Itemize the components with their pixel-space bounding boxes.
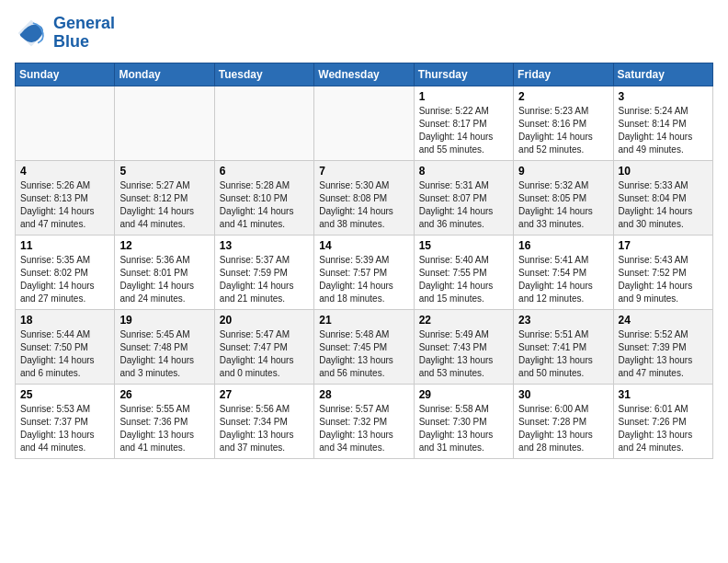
calendar-cell: 31Sunrise: 6:01 AMSunset: 7:26 PMDayligh… xyxy=(613,384,712,458)
day-number: 8 xyxy=(419,165,508,178)
day-header-saturday: Saturday xyxy=(613,63,712,86)
day-info: Sunrise: 5:22 AMSunset: 8:17 PMDaylight:… xyxy=(419,105,508,156)
calendar-cell: 19Sunrise: 5:45 AMSunset: 7:48 PMDayligh… xyxy=(115,309,214,384)
day-number: 15 xyxy=(419,239,508,252)
day-info: Sunrise: 5:28 AMSunset: 8:10 PMDaylight:… xyxy=(220,179,309,231)
day-info: Sunrise: 5:53 AMSunset: 7:37 PMDaylight:… xyxy=(20,403,109,454)
day-number: 11 xyxy=(20,239,109,252)
calendar-cell: 30Sunrise: 6:00 AMSunset: 7:28 PMDayligh… xyxy=(514,384,613,458)
day-number: 18 xyxy=(20,314,109,327)
calendar-cell: 27Sunrise: 5:56 AMSunset: 7:34 PMDayligh… xyxy=(214,384,313,458)
day-info: Sunrise: 6:00 AMSunset: 7:28 PMDaylight:… xyxy=(518,403,608,454)
day-info: Sunrise: 5:23 AMSunset: 8:16 PMDaylight:… xyxy=(518,105,608,156)
day-info: Sunrise: 5:31 AMSunset: 8:07 PMDaylight:… xyxy=(419,179,508,231)
calendar-cell: 5Sunrise: 5:27 AMSunset: 8:12 PMDaylight… xyxy=(115,160,214,235)
day-number: 29 xyxy=(419,388,508,401)
day-info: Sunrise: 5:27 AMSunset: 8:12 PMDaylight:… xyxy=(119,179,209,231)
calendar-cell: 10Sunrise: 5:33 AMSunset: 8:04 PMDayligh… xyxy=(613,160,712,235)
day-info: Sunrise: 5:40 AMSunset: 7:55 PMDaylight:… xyxy=(419,254,508,305)
day-number: 16 xyxy=(518,239,608,252)
calendar-cell: 2Sunrise: 5:23 AMSunset: 8:16 PMDaylight… xyxy=(514,86,613,160)
day-number: 24 xyxy=(619,314,708,327)
day-number: 13 xyxy=(220,239,309,252)
calendar-cell: 4Sunrise: 5:26 AMSunset: 8:13 PMDaylight… xyxy=(16,160,115,235)
page-header: General Blue xyxy=(15,15,713,52)
day-number: 9 xyxy=(518,165,608,178)
day-info: Sunrise: 5:43 AMSunset: 7:52 PMDaylight:… xyxy=(619,254,708,305)
day-number: 12 xyxy=(119,239,209,252)
day-number: 17 xyxy=(619,239,708,252)
day-info: Sunrise: 5:48 AMSunset: 7:45 PMDaylight:… xyxy=(319,328,408,380)
day-header-sunday: Sunday xyxy=(16,63,115,86)
day-info: Sunrise: 5:55 AMSunset: 7:36 PMDaylight:… xyxy=(119,403,209,454)
calendar-table: SundayMondayTuesdayWednesdayThursdayFrid… xyxy=(15,63,713,459)
calendar-cell xyxy=(214,86,313,160)
calendar-cell: 17Sunrise: 5:43 AMSunset: 7:52 PMDayligh… xyxy=(613,235,712,309)
day-info: Sunrise: 5:30 AMSunset: 8:08 PMDaylight:… xyxy=(319,179,408,231)
calendar-cell: 24Sunrise: 5:52 AMSunset: 7:39 PMDayligh… xyxy=(613,309,712,384)
calendar-cell: 15Sunrise: 5:40 AMSunset: 7:55 PMDayligh… xyxy=(414,235,513,309)
day-header-friday: Friday xyxy=(514,63,613,86)
logo-icon xyxy=(15,17,48,50)
calendar-cell: 21Sunrise: 5:48 AMSunset: 7:45 PMDayligh… xyxy=(314,309,414,384)
calendar-week-3: 11Sunrise: 5:35 AMSunset: 8:02 PMDayligh… xyxy=(16,235,713,309)
day-number: 4 xyxy=(20,165,109,178)
day-number: 23 xyxy=(518,314,608,327)
calendar-cell: 16Sunrise: 5:41 AMSunset: 7:54 PMDayligh… xyxy=(514,235,613,309)
calendar-cell: 14Sunrise: 5:39 AMSunset: 7:57 PMDayligh… xyxy=(314,235,414,309)
calendar-week-4: 18Sunrise: 5:44 AMSunset: 7:50 PMDayligh… xyxy=(16,309,713,384)
day-number: 21 xyxy=(319,314,408,327)
day-info: Sunrise: 5:24 AMSunset: 8:14 PMDaylight:… xyxy=(619,105,708,156)
day-number: 6 xyxy=(220,165,309,178)
calendar-cell: 22Sunrise: 5:49 AMSunset: 7:43 PMDayligh… xyxy=(414,309,513,384)
day-number: 25 xyxy=(20,388,109,401)
day-info: Sunrise: 5:26 AMSunset: 8:13 PMDaylight:… xyxy=(20,179,109,231)
day-number: 2 xyxy=(518,90,608,103)
day-number: 31 xyxy=(619,388,708,401)
calendar-cell xyxy=(115,86,214,160)
day-number: 5 xyxy=(119,165,209,178)
logo-text: General Blue xyxy=(53,15,115,52)
calendar-cell: 7Sunrise: 5:30 AMSunset: 8:08 PMDaylight… xyxy=(314,160,414,235)
day-number: 27 xyxy=(220,388,309,401)
day-number: 3 xyxy=(619,90,708,103)
day-info: Sunrise: 5:51 AMSunset: 7:41 PMDaylight:… xyxy=(518,328,608,380)
calendar-cell: 25Sunrise: 5:53 AMSunset: 7:37 PMDayligh… xyxy=(16,384,115,458)
day-header-tuesday: Tuesday xyxy=(214,63,313,86)
day-info: Sunrise: 5:49 AMSunset: 7:43 PMDaylight:… xyxy=(419,328,508,380)
calendar-cell: 11Sunrise: 5:35 AMSunset: 8:02 PMDayligh… xyxy=(16,235,115,309)
calendar-cell: 23Sunrise: 5:51 AMSunset: 7:41 PMDayligh… xyxy=(514,309,613,384)
day-number: 14 xyxy=(319,239,408,252)
day-info: Sunrise: 5:37 AMSunset: 7:59 PMDaylight:… xyxy=(220,254,309,305)
calendar-cell: 1Sunrise: 5:22 AMSunset: 8:17 PMDaylight… xyxy=(414,86,513,160)
logo: General Blue xyxy=(15,15,115,52)
calendar-cell xyxy=(314,86,414,160)
day-info: Sunrise: 6:01 AMSunset: 7:26 PMDaylight:… xyxy=(619,403,708,454)
day-header-wednesday: Wednesday xyxy=(314,63,414,86)
calendar-cell: 26Sunrise: 5:55 AMSunset: 7:36 PMDayligh… xyxy=(115,384,214,458)
day-number: 22 xyxy=(419,314,508,327)
day-header-monday: Monday xyxy=(115,63,214,86)
day-number: 1 xyxy=(419,90,508,103)
day-info: Sunrise: 5:56 AMSunset: 7:34 PMDaylight:… xyxy=(220,403,309,454)
day-header-thursday: Thursday xyxy=(414,63,513,86)
calendar-week-1: 1Sunrise: 5:22 AMSunset: 8:17 PMDaylight… xyxy=(16,86,713,160)
day-info: Sunrise: 5:57 AMSunset: 7:32 PMDaylight:… xyxy=(319,403,408,454)
calendar-cell: 9Sunrise: 5:32 AMSunset: 8:05 PMDaylight… xyxy=(514,160,613,235)
calendar-cell: 28Sunrise: 5:57 AMSunset: 7:32 PMDayligh… xyxy=(314,384,414,458)
day-info: Sunrise: 5:36 AMSunset: 8:01 PMDaylight:… xyxy=(119,254,209,305)
day-info: Sunrise: 5:47 AMSunset: 7:47 PMDaylight:… xyxy=(220,328,309,380)
day-info: Sunrise: 5:58 AMSunset: 7:30 PMDaylight:… xyxy=(419,403,508,454)
calendar-cell: 18Sunrise: 5:44 AMSunset: 7:50 PMDayligh… xyxy=(16,309,115,384)
calendar-cell: 6Sunrise: 5:28 AMSunset: 8:10 PMDaylight… xyxy=(214,160,313,235)
day-info: Sunrise: 5:45 AMSunset: 7:48 PMDaylight:… xyxy=(119,328,209,380)
calendar-cell: 20Sunrise: 5:47 AMSunset: 7:47 PMDayligh… xyxy=(214,309,313,384)
calendar-week-2: 4Sunrise: 5:26 AMSunset: 8:13 PMDaylight… xyxy=(16,160,713,235)
calendar-week-5: 25Sunrise: 5:53 AMSunset: 7:37 PMDayligh… xyxy=(16,384,713,458)
calendar-cell: 3Sunrise: 5:24 AMSunset: 8:14 PMDaylight… xyxy=(613,86,712,160)
day-number: 10 xyxy=(619,165,708,178)
calendar-cell: 13Sunrise: 5:37 AMSunset: 7:59 PMDayligh… xyxy=(214,235,313,309)
calendar-header-row: SundayMondayTuesdayWednesdayThursdayFrid… xyxy=(16,63,713,86)
day-number: 28 xyxy=(319,388,408,401)
day-number: 7 xyxy=(319,165,408,178)
